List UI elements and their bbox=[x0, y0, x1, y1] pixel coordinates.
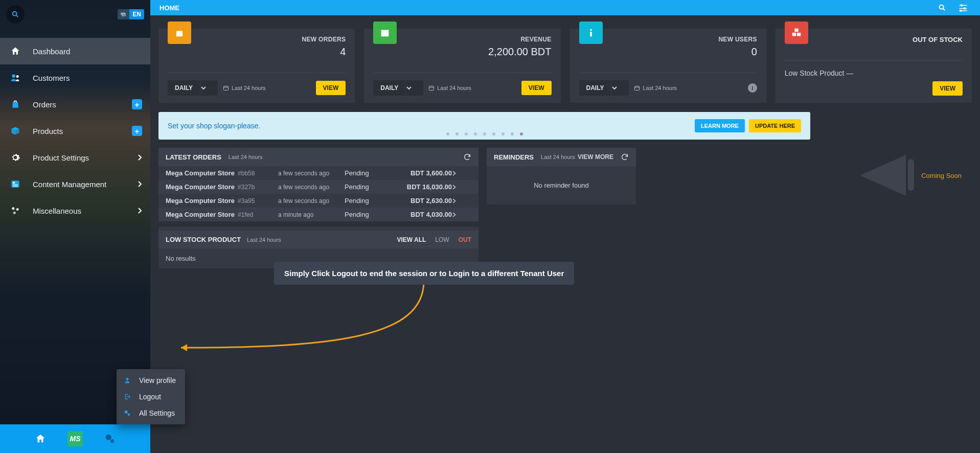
svg-rect-7 bbox=[13, 186, 18, 186]
language-toggle[interactable]: বাং EN bbox=[118, 9, 144, 19]
update-here-button[interactable]: UPDATE HERE bbox=[749, 119, 801, 132]
svg-point-26 bbox=[590, 29, 592, 31]
chevron-right-icon[interactable] bbox=[452, 184, 464, 190]
sidebar-item-miscellaneous[interactable]: Miscellaneous bbox=[0, 197, 150, 224]
sidebar-item-content-management[interactable]: Content Management bbox=[0, 171, 150, 197]
view-button[interactable]: VIEW bbox=[316, 81, 346, 95]
info-icon bbox=[585, 27, 597, 38]
chevron-down-icon bbox=[611, 85, 629, 90]
topbar-sliders-button[interactable] bbox=[959, 4, 971, 12]
topbar: HOME bbox=[150, 0, 980, 15]
order-time: a few seconds ago bbox=[278, 197, 345, 205]
chevron-down-icon bbox=[200, 85, 218, 90]
menu-item-view-profile[interactable]: View profile bbox=[117, 372, 185, 389]
period-select[interactable]: DAILY bbox=[168, 80, 218, 96]
add-order-button[interactable]: + bbox=[132, 99, 142, 109]
banner-pagination[interactable] bbox=[446, 132, 523, 135]
info-tooltip-trigger[interactable]: i bbox=[748, 83, 757, 93]
order-id: #1fed bbox=[238, 211, 253, 218]
search-icon bbox=[11, 10, 19, 18]
refresh-button[interactable] bbox=[463, 153, 471, 161]
menu-item-all-settings[interactable]: All Settings bbox=[117, 405, 185, 421]
search-button[interactable] bbox=[6, 5, 25, 24]
chevron-right-icon bbox=[137, 207, 142, 214]
time-range: Last 24 hours bbox=[428, 85, 471, 91]
calendar-icon bbox=[428, 85, 435, 91]
menu-item-logout[interactable]: Logout bbox=[117, 389, 185, 405]
svg-point-35 bbox=[128, 414, 130, 416]
period-select[interactable]: DAILY bbox=[579, 80, 629, 96]
order-amount: BDT 2,630.00 bbox=[391, 197, 452, 205]
period-select[interactable]: DAILY bbox=[373, 80, 423, 96]
settings-gear-button[interactable] bbox=[102, 431, 118, 446]
store-icon bbox=[379, 27, 391, 38]
user-icon bbox=[124, 377, 132, 384]
svg-point-0 bbox=[13, 12, 17, 16]
svg-rect-23 bbox=[381, 32, 389, 36]
order-time: a few seconds ago bbox=[278, 184, 345, 191]
lang-bn[interactable]: বাং bbox=[118, 9, 129, 19]
learn-more-button[interactable]: LEARN MORE bbox=[695, 119, 745, 132]
order-store: Mega Computer Store bbox=[166, 197, 235, 205]
users-icon bbox=[10, 73, 22, 83]
card-out-of-stock: OUT OF STOCK Low Stock Product — VIEW bbox=[776, 29, 972, 103]
users-badge bbox=[579, 21, 603, 44]
time-range: Last 24 hours bbox=[634, 85, 677, 91]
panel-title: LATEST ORDERS bbox=[166, 153, 221, 161]
order-row[interactable]: Mega Computer Store#1feda minute agoPend… bbox=[158, 208, 478, 221]
sidebar-item-label: Customers bbox=[33, 74, 70, 82]
breadcrumb[interactable]: HOME bbox=[159, 4, 179, 12]
svg-point-34 bbox=[125, 411, 128, 414]
chevron-right-icon[interactable] bbox=[452, 170, 464, 176]
chevron-right-icon[interactable] bbox=[452, 212, 464, 218]
gears-icon bbox=[124, 410, 132, 417]
view-more-link[interactable]: VIEW MORE bbox=[578, 153, 613, 161]
home-button[interactable] bbox=[33, 431, 48, 446]
metric-value: 4 bbox=[302, 46, 346, 58]
orders-badge bbox=[168, 21, 191, 44]
order-store: Mega Computer Store bbox=[166, 183, 235, 191]
metric-value: 2,200.00 BDT bbox=[488, 46, 551, 58]
sliders-icon bbox=[959, 4, 968, 12]
svg-rect-31 bbox=[792, 33, 796, 36]
order-store: Mega Computer Store bbox=[166, 169, 235, 177]
sidebar-item-products[interactable]: Products + bbox=[0, 118, 150, 144]
panel-range: Last 24 hours bbox=[229, 154, 263, 160]
topbar-search-button[interactable] bbox=[938, 4, 950, 12]
order-status: Pending bbox=[345, 211, 391, 218]
chevron-right-icon[interactable] bbox=[452, 198, 464, 204]
order-id: #327b bbox=[238, 184, 255, 191]
order-row[interactable]: Mega Computer Store#327ba few seconds ag… bbox=[158, 180, 478, 194]
app-logo-button[interactable]: MS bbox=[67, 431, 83, 446]
svg-point-20 bbox=[960, 10, 962, 12]
refresh-button[interactable] bbox=[621, 153, 629, 161]
filter-out-link[interactable]: OUT bbox=[459, 236, 471, 243]
order-amount: BDT 16,030.00 bbox=[391, 183, 452, 191]
sidebar-item-dashboard[interactable]: Dashboard bbox=[0, 38, 150, 64]
sidebar-item-customers[interactable]: Customers bbox=[0, 64, 150, 91]
svg-rect-4 bbox=[12, 180, 19, 187]
order-row[interactable]: Mega Computer Store#bb58a few seconds ag… bbox=[158, 166, 478, 180]
view-button[interactable]: VIEW bbox=[932, 81, 963, 96]
sidebar-item-product-settings[interactable]: Product Settings bbox=[0, 144, 150, 171]
svg-rect-27 bbox=[590, 32, 592, 36]
sidebar-item-orders[interactable]: Orders + bbox=[0, 91, 150, 118]
metric-label: OUT OF STOCK bbox=[913, 36, 963, 43]
metric-cards-row: NEW ORDERS 4 DAILY Last 24 hours VIEW bbox=[158, 29, 972, 103]
menu-item-label: Logout bbox=[139, 393, 161, 401]
low-stock-line: Low Stock Product — bbox=[785, 60, 963, 77]
layout-icon bbox=[10, 179, 22, 189]
order-row[interactable]: Mega Computer Store#3a95a few seconds ag… bbox=[158, 194, 478, 208]
card-revenue: REVENUE 2,200.00 BDT DAILY Last 24 hours… bbox=[364, 29, 560, 103]
search-icon bbox=[938, 4, 946, 12]
view-all-link[interactable]: VIEW ALL bbox=[397, 236, 426, 243]
view-button[interactable]: VIEW bbox=[521, 81, 552, 95]
svg-rect-32 bbox=[797, 33, 801, 36]
chevron-right-icon bbox=[137, 180, 142, 188]
add-product-button[interactable]: + bbox=[132, 126, 142, 136]
filter-low-link[interactable]: LOW bbox=[435, 236, 449, 243]
slogan-banner: Set your shop slogan-please. LEARN MORE … bbox=[158, 112, 810, 140]
lang-en[interactable]: EN bbox=[129, 9, 144, 19]
time-range: Last 24 hours bbox=[223, 85, 266, 91]
calendar-icon bbox=[634, 85, 640, 91]
